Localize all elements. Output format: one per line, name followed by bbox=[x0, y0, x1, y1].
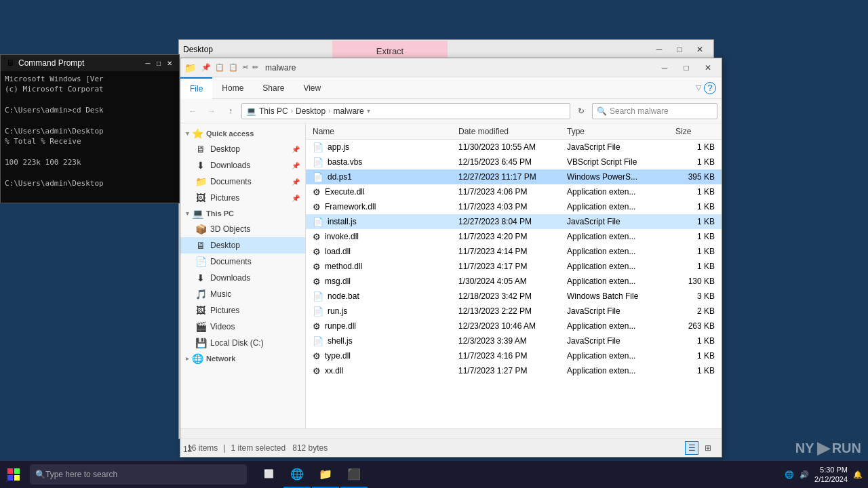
sidebar-item-desktop[interactable]: 🖥 Desktop bbox=[180, 237, 305, 253]
sidebar-item-downloads[interactable]: ⬇ Downloads bbox=[180, 270, 305, 286]
cmd-body: Microsoft Windows [Ver (c) Microsoft Cor… bbox=[1, 71, 179, 191]
sidebar-documents-qa-label: Documents bbox=[210, 177, 252, 186]
forward-arrow[interactable]: → bbox=[203, 103, 220, 119]
file-row[interactable]: ⚙invoke.dll11/7/2023 4:20 PMApplication … bbox=[306, 229, 722, 244]
cmd-window: 🖥 Command Prompt ─ □ ✕ Microsoft Windows… bbox=[0, 54, 180, 203]
bg-close-btn[interactable]: ✕ bbox=[690, 43, 709, 56]
bg-maximize-btn[interactable]: □ bbox=[670, 43, 689, 56]
explorer-folder-icon: 📁 bbox=[184, 62, 196, 73]
sidebar-item-documents-qa[interactable]: 📁 Documents 📌 bbox=[180, 174, 305, 190]
breadcrumb[interactable]: 💻 This PC › Desktop › malware ▾ bbox=[241, 103, 570, 119]
qa-arrow: ▾ bbox=[186, 130, 189, 137]
file-date: 12/13/2023 2:22 PM bbox=[454, 306, 563, 316]
sidebar-quick-access-header[interactable]: ▾ ⭐ Quick access bbox=[180, 126, 305, 141]
file-size: 1 KB bbox=[671, 247, 719, 256]
sidebar-item-videos[interactable]: 🎬 Videos bbox=[180, 319, 305, 335]
explorer-minimize-btn[interactable]: ─ bbox=[655, 61, 674, 75]
file-type: JavaScript File bbox=[563, 142, 671, 152]
network-status-icon[interactable]: 🌐 bbox=[785, 470, 794, 479]
cmd-maximize[interactable]: □ bbox=[155, 59, 163, 67]
file-row[interactable]: ⚙Execute.dll11/7/2023 4:06 PMApplication… bbox=[306, 184, 722, 199]
file-row[interactable]: 📄shell.js12/3/2023 3:39 AMJavaScript Fil… bbox=[306, 333, 722, 348]
help-btn[interactable]: ? bbox=[704, 82, 716, 94]
file-type-icon: ⚙ bbox=[313, 232, 321, 242]
breadcrumb-desktop[interactable]: Desktop bbox=[296, 106, 326, 116]
taskbar-clock: 5:30 PM 2/12/2024 bbox=[814, 465, 848, 485]
taskbar: 🔍 Type here to search ⬜ 🌐 📁 ⬛ 🌐 🔊 5:30 P… bbox=[0, 461, 868, 488]
file-row[interactable]: 📄dd.ps112/27/2023 11:17 PMWindows PowerS… bbox=[306, 169, 722, 184]
ribbon-tab-home[interactable]: Home bbox=[212, 77, 253, 99]
file-row[interactable]: 📄install.js12/27/2023 8:04 PMJavaScript … bbox=[306, 214, 722, 229]
cmd-minimize[interactable]: ─ bbox=[144, 59, 152, 67]
ribbon-tab-share[interactable]: Share bbox=[253, 77, 294, 99]
pin-icon[interactable]: 📌 bbox=[201, 63, 211, 72]
ribbon-tab-view[interactable]: View bbox=[294, 77, 330, 99]
file-row[interactable]: ⚙type.dll11/7/2023 4:16 PMApplication ex… bbox=[306, 348, 722, 363]
explorer-close-btn[interactable]: ✕ bbox=[698, 61, 717, 75]
sidebar-item-music[interactable]: 🎵 Music bbox=[180, 286, 305, 302]
sidebar-item-3d-objects[interactable]: 📦 3D Objects bbox=[180, 221, 305, 237]
sidebar-item-desktop-qa[interactable]: 🖥 Desktop 📌 bbox=[180, 141, 305, 157]
file-row[interactable]: ⚙load.dll11/7/2023 4:14 PMApplication ex… bbox=[306, 244, 722, 259]
up-arrow[interactable]: ↑ bbox=[222, 103, 239, 119]
cmd-title: Command Prompt bbox=[18, 58, 140, 68]
file-row[interactable]: 📄node.bat12/18/2023 3:42 PMWindows Batch… bbox=[306, 289, 722, 304]
file-name-cell: ⚙Execute.dll bbox=[309, 187, 454, 197]
taskbar-explorer[interactable]: 📁 bbox=[312, 461, 339, 488]
sidebar-music-label: Music bbox=[210, 289, 231, 299]
sidebar-item-pictures[interactable]: 🖼 Pictures bbox=[180, 302, 305, 319]
file-type-icon: ⚙ bbox=[313, 277, 321, 287]
details-view-btn[interactable]: ☰ bbox=[685, 441, 698, 455]
bc-dropdown-icon[interactable]: ▾ bbox=[367, 107, 370, 115]
file-date: 11/7/2023 4:14 PM bbox=[454, 247, 563, 256]
taskview-icon: ⬜ bbox=[264, 469, 274, 479]
bg-minimize-btn[interactable]: ─ bbox=[650, 43, 669, 56]
file-date: 12/3/2023 3:39 AM bbox=[454, 336, 563, 346]
file-row[interactable]: ⚙runpe.dll12/23/2023 10:46 AMApplication… bbox=[306, 319, 722, 333]
paste-icon[interactable]: 📋 bbox=[229, 63, 238, 72]
col-header-name[interactable]: Name bbox=[309, 123, 454, 140]
sidebar-network-header[interactable]: ▸ 🌐 Network bbox=[180, 351, 305, 366]
breadcrumb-malware[interactable]: malware bbox=[333, 106, 363, 116]
sidebar-item-local-disk[interactable]: 💾 Local Disk (C:) bbox=[180, 335, 305, 351]
file-row[interactable]: ⚙xx.dll11/7/2023 1:27 PMApplication exte… bbox=[306, 363, 722, 378]
file-row[interactable]: 📄app.js11/30/2023 10:55 AMJavaScript Fil… bbox=[306, 140, 722, 155]
sidebar-item-pictures-qa[interactable]: 🖼 Pictures 📌 bbox=[180, 190, 305, 206]
file-row[interactable]: ⚙Framework.dll11/7/2023 4:03 PMApplicati… bbox=[306, 199, 722, 214]
large-icon-view-btn[interactable]: ⊞ bbox=[701, 441, 715, 455]
notification-icon[interactable]: 🔔 bbox=[853, 470, 863, 479]
start-button[interactable] bbox=[0, 461, 27, 488]
search-box[interactable]: 🔍 Search malware bbox=[592, 103, 717, 119]
taskbar-edge[interactable]: 🌐 bbox=[283, 461, 311, 488]
col-header-size[interactable]: Size bbox=[671, 123, 719, 140]
taskbar-terminal[interactable]: ⬛ bbox=[340, 461, 368, 488]
cut-icon[interactable]: ✂ bbox=[242, 63, 248, 72]
col-header-type[interactable]: Type bbox=[563, 123, 671, 140]
sidebar-item-downloads-qa[interactable]: ⬇ Downloads 📌 bbox=[180, 157, 305, 174]
sidebar-thispc-header[interactable]: ▾ 💻 This PC bbox=[180, 206, 305, 221]
breadcrumb-thispc[interactable]: This PC bbox=[259, 106, 288, 116]
col-header-date[interactable]: Date modified bbox=[454, 123, 563, 140]
cmd-close[interactable]: ✕ bbox=[165, 59, 174, 67]
taskbar-taskview[interactable]: ⬜ bbox=[255, 461, 282, 488]
back-arrow[interactable]: ← bbox=[184, 103, 201, 119]
file-row[interactable]: ⚙msg.dll1/30/2024 4:05 AMApplication ext… bbox=[306, 274, 722, 289]
file-size: 1 KB bbox=[671, 217, 719, 226]
rename-icon[interactable]: ✏ bbox=[252, 63, 258, 72]
explorer-maximize-btn[interactable]: □ bbox=[677, 61, 696, 75]
cmd-icon: 🖥 bbox=[6, 58, 14, 68]
ribbon-tab-file[interactable]: File bbox=[180, 77, 212, 99]
file-type: VBScript Script File bbox=[563, 157, 671, 167]
sidebar-item-documents[interactable]: 📄 Documents bbox=[180, 253, 305, 270]
sound-icon[interactable]: 🔊 bbox=[800, 470, 809, 479]
file-row[interactable]: ⚙method.dll11/7/2023 4:17 PMApplication … bbox=[306, 259, 722, 274]
refresh-btn[interactable]: ↻ bbox=[573, 103, 589, 119]
horizontal-scrollbar[interactable] bbox=[180, 428, 722, 438]
ribbon-expand-icon[interactable]: ▽ bbox=[696, 83, 701, 92]
copy-icon[interactable]: 📋 bbox=[215, 63, 224, 72]
file-type: JavaScript File bbox=[563, 306, 671, 316]
file-row[interactable]: 📄run.js12/13/2023 2:22 PMJavaScript File… bbox=[306, 304, 722, 319]
svg-rect-1 bbox=[14, 468, 20, 474]
taskbar-search[interactable]: 🔍 Type here to search bbox=[30, 464, 247, 485]
file-row[interactable]: 📄basta.vbs12/15/2023 6:45 PMVBScript Scr… bbox=[306, 155, 722, 169]
